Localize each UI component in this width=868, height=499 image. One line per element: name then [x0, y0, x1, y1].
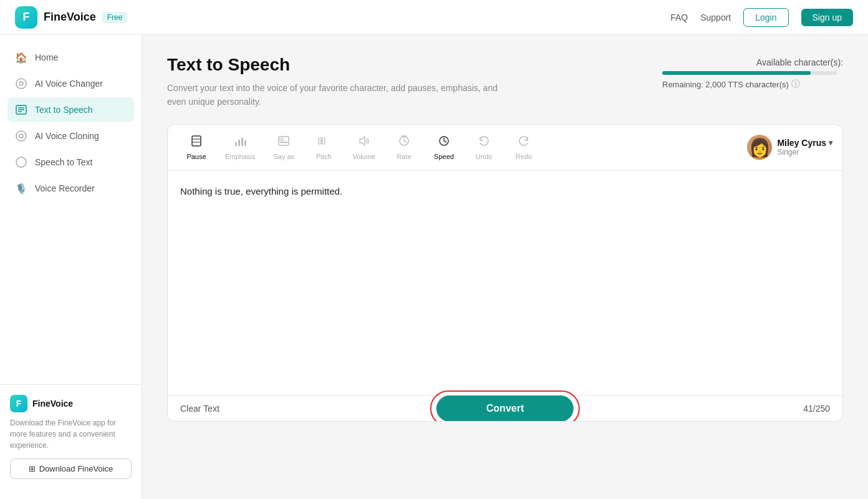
toolbar-speed[interactable]: Speed [425, 131, 463, 164]
speed-label: Speed [434, 153, 454, 160]
rate-label: Rate [397, 153, 411, 160]
header-logo-area: F FineVoice Free [15, 6, 127, 29]
clear-text-button[interactable]: Clear Text [180, 404, 219, 414]
redo-label: Redo [516, 153, 532, 160]
pitch-label: Pitch [316, 153, 331, 160]
sidebar-footer-logo-icon: F [10, 395, 27, 412]
toolbar-voice-selector[interactable]: Miley Cyrus ▾ Singer [747, 135, 832, 160]
svg-point-5 [16, 131, 26, 141]
toolbar-rate[interactable]: Rate [385, 131, 423, 164]
bottom-bar: Clear Text Convert 41/250 [168, 395, 842, 421]
pause-icon [190, 135, 203, 150]
sidebar-item-text-to-speech[interactable]: Text to Speech [7, 97, 134, 122]
char-counter-bar-fill [662, 71, 811, 75]
rate-icon [398, 135, 410, 150]
sidebar-nav: 🏠 Home AI Voice Changer [0, 45, 142, 201]
sidebar: 🏠 Home AI Voice Changer [0, 35, 142, 499]
support-link[interactable]: Support [700, 12, 731, 22]
sidebar-label-home: Home [35, 52, 58, 62]
header: F FineVoice Free FAQ Support Login Sign … [0, 0, 868, 35]
toolbar: Pause Emphasis [168, 125, 842, 171]
info-icon: ⓘ [791, 79, 800, 90]
undo-label: Undo [476, 153, 492, 160]
svg-rect-12 [238, 140, 240, 146]
char-count: 41/250 [803, 404, 830, 414]
redo-icon [518, 135, 530, 150]
voice-avatar-img [747, 135, 772, 160]
sidebar-item-voice-recorder[interactable]: 🎙️ Voice Recorder [7, 176, 134, 201]
svg-rect-11 [235, 142, 237, 146]
speech-to-text-icon [15, 156, 27, 168]
pause-label: Pause [186, 153, 206, 160]
chevron-down-icon: ▾ [829, 138, 832, 147]
download-button-label: Download FineVoice [39, 464, 113, 473]
editor-text: Nothing is true, everything is permitted… [180, 186, 342, 196]
volume-label: Volume [352, 153, 375, 160]
text-editor[interactable]: Nothing is true, everything is permitted… [168, 171, 842, 395]
char-counter-bar [662, 71, 837, 75]
say-as-label: Say as [273, 153, 294, 160]
convert-area: Convert [430, 390, 580, 422]
speed-icon [438, 135, 450, 150]
sidebar-item-speech-to-text[interactable]: Speech to Text [7, 150, 134, 175]
char-remaining: Remaining: 2,000 TTS character(s) ⓘ [662, 79, 843, 90]
toolbar-emphasis[interactable]: Emphasis [218, 131, 263, 164]
svg-rect-16 [280, 138, 283, 140]
undo-icon [478, 135, 490, 150]
svg-rect-13 [241, 138, 243, 146]
header-nav: FAQ Support Login Sign up [670, 8, 853, 27]
svg-rect-8 [192, 136, 201, 146]
page-description: Convert your text into the voice of your… [167, 81, 516, 109]
toolbar-pause[interactable]: Pause [178, 131, 215, 164]
sidebar-label-ai-voice-changer: AI Voice Changer [35, 79, 103, 89]
svg-line-28 [444, 141, 446, 142]
text-to-speech-icon [15, 104, 27, 116]
sidebar-item-ai-voice-changer[interactable]: AI Voice Changer [7, 71, 134, 96]
download-button[interactable]: ⊞ Download FineVoice [10, 458, 132, 479]
char-counter-label: Available character(s): [662, 57, 843, 67]
toolbar-say-as[interactable]: Say as [265, 131, 302, 164]
sidebar-label-ai-voice-cloning: AI Voice Cloning [35, 131, 99, 141]
ai-voice-cloning-icon [15, 130, 27, 142]
windows-icon: ⊞ [29, 464, 36, 473]
voice-role: Singer [777, 148, 832, 157]
svg-rect-17 [280, 142, 287, 143]
toolbar-undo[interactable]: Undo [465, 131, 503, 164]
emphasis-icon [234, 135, 246, 150]
char-remaining-text: Remaining: 2,000 TTS character(s) [662, 80, 789, 89]
toolbar-volume[interactable]: Volume [345, 131, 383, 164]
ai-voice-changer-icon [15, 77, 27, 90]
sidebar-footer-logo: F FineVoice [10, 395, 132, 412]
toolbar-redo[interactable]: Redo [505, 131, 542, 164]
editor-card: Pause Emphasis [167, 124, 843, 422]
free-badge: Free [102, 12, 128, 23]
svg-rect-14 [244, 140, 246, 146]
svg-marker-21 [360, 137, 365, 145]
sidebar-label-speech-to-text: Speech to Text [35, 157, 92, 167]
svg-rect-19 [322, 138, 325, 144]
convert-button[interactable]: Convert [436, 395, 574, 422]
svg-point-0 [16, 79, 26, 89]
say-as-icon [277, 135, 290, 150]
svg-point-6 [19, 134, 23, 138]
sidebar-footer-desc: Download the FineVoice app for more feat… [10, 417, 132, 451]
voice-name: Miley Cyrus ▾ [777, 138, 832, 148]
signup-button[interactable]: Sign up [801, 9, 853, 26]
toolbar-pitch[interactable]: Pitch [305, 131, 342, 164]
voice-info: Miley Cyrus ▾ Singer [777, 138, 832, 157]
sidebar-label-voice-recorder: Voice Recorder [35, 183, 95, 193]
voice-avatar [747, 135, 772, 160]
svg-line-24 [404, 141, 407, 142]
login-button[interactable]: Login [743, 8, 788, 27]
logo-text: FineVoice [44, 11, 96, 24]
sidebar-item-ai-voice-cloning[interactable]: AI Voice Cloning [7, 124, 134, 148]
pitch-icon [317, 135, 330, 150]
layout: 🏠 Home AI Voice Changer [0, 35, 868, 499]
sidebar-item-home[interactable]: 🏠 Home [7, 45, 134, 70]
sidebar-footer: F FineVoice Download the FineVoice app f… [0, 384, 142, 489]
sidebar-label-text-to-speech: Text to Speech [35, 105, 93, 115]
volume-icon [358, 135, 370, 150]
faq-link[interactable]: FAQ [670, 12, 688, 22]
emphasis-label: Emphasis [225, 153, 255, 160]
svg-point-7 [16, 157, 26, 167]
